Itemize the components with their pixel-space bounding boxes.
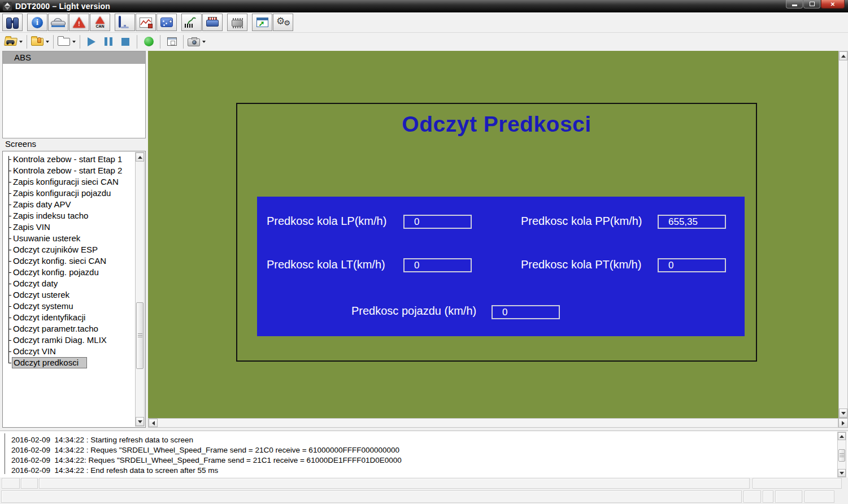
page-title: Odczyt Predkosci <box>237 112 756 137</box>
list-item[interactable]: Odczyt daty <box>8 278 134 289</box>
chevron-down-icon[interactable] <box>202 41 206 45</box>
list-item-label: Zapis konfiguracji pojazdu <box>12 188 112 198</box>
list-item[interactable]: Odczyt predkosci <box>8 357 134 368</box>
chip-button[interactable] <box>227 14 247 31</box>
alert-can-button[interactable]: CAN <box>90 14 110 31</box>
field-label-pp: Predkosc kola PP(km/h) <box>521 214 642 228</box>
list-item[interactable]: Odczyt usterek <box>8 289 134 301</box>
list-item[interactable]: Odczyt systemu <box>8 301 134 312</box>
field-value-vehicle-speed: 0 <box>492 305 560 319</box>
log-panel[interactable]: 2016-02-09 14:34:22 : Starting refresh d… <box>0 431 848 477</box>
connector-button[interactable] <box>202 14 223 31</box>
open-key-folder-icon <box>31 38 44 46</box>
status-cell <box>39 478 750 489</box>
open-key-folder-button[interactable] <box>30 34 50 49</box>
status-cell <box>763 490 773 503</box>
scroll-down-button[interactable] <box>136 417 144 426</box>
close-button[interactable]: ✕ <box>821 0 845 8</box>
sensor-cable-button[interactable] <box>181 14 202 31</box>
file-media-toolbar <box>0 33 848 50</box>
settings-gears-button[interactable]: ⚙⚙ <box>273 14 293 31</box>
list-item-label: Kontrola zebow - start Etap 1 <box>12 154 123 164</box>
open-vehicle-folder-button[interactable] <box>3 34 24 49</box>
scroll-up-button[interactable] <box>136 153 144 162</box>
play-button[interactable] <box>83 34 100 49</box>
export-window-button[interactable]: ➚ <box>252 14 272 31</box>
camera-icon <box>188 38 200 46</box>
values-panel: Predkosc kola LP(km/h) 0 Predkosc kola P… <box>257 197 745 336</box>
arrow-up-icon <box>138 154 142 159</box>
scroll-down-button[interactable] <box>839 409 847 418</box>
info-button[interactable]: i <box>27 14 47 31</box>
title-bar[interactable]: DDT2000 – Light version ✕ <box>0 0 848 12</box>
vehicle-button[interactable] <box>48 14 68 31</box>
list-item[interactable]: Kontrola zebow - start Etap 2 <box>8 165 134 176</box>
restore-icon <box>810 2 815 6</box>
open-folder-button[interactable] <box>56 34 77 49</box>
list-item[interactable]: Odczyt konfig. pojazdu <box>8 267 134 278</box>
log-scrollbar[interactable] <box>837 432 846 477</box>
list-item-label: Odczyt daty <box>12 279 59 288</box>
list-item-label: Kontrola zebow - start Etap 2 <box>12 166 123 175</box>
screens-scrollbar[interactable] <box>135 152 145 427</box>
graph-save-icon <box>140 18 152 28</box>
chevron-down-icon[interactable] <box>19 41 23 45</box>
export-window-icon: ➚ <box>256 18 268 27</box>
close-icon: ✕ <box>830 1 835 7</box>
form-window-button[interactable] <box>163 34 180 49</box>
list-item[interactable]: Odczyt czujników ESP <box>8 244 134 255</box>
control-panel-button[interactable] <box>156 14 177 31</box>
list-item[interactable]: Usuwanie usterek <box>8 233 134 244</box>
stop-button[interactable] <box>117 34 134 49</box>
list-item[interactable]: Odczyt konfig. sieci CAN <box>8 255 134 267</box>
scrollbar-thumb[interactable] <box>838 449 845 462</box>
screens-section-label: Screens <box>5 139 36 149</box>
scroll-left-button[interactable] <box>149 419 158 427</box>
screens-list-items: Kontrola zebow - start Etap 1 Kontrola z… <box>8 154 134 368</box>
list-item[interactable]: Kontrola zebow - start Etap 1 <box>8 154 134 165</box>
scroll-up-button[interactable] <box>838 432 846 440</box>
list-item-label: Odczyt czujników ESP <box>12 245 99 254</box>
field-label-vehicle-speed: Predkosc pojazdu (km/h) <box>351 304 476 318</box>
workspace-hscrollbar[interactable] <box>148 418 838 428</box>
ecu-item-abs[interactable]: ABS <box>3 51 145 64</box>
snapshot-camera-button[interactable] <box>186 34 207 49</box>
record-button[interactable] <box>140 34 157 49</box>
field-label-lt: Predkosc kola LT(km/h) <box>267 258 385 271</box>
sensor-cable-icon <box>185 17 198 28</box>
list-item[interactable]: Odczyt identyfikacji <box>8 312 134 323</box>
arrow-up-icon <box>841 53 846 58</box>
restore-button[interactable] <box>803 0 820 8</box>
alert-icon: ! <box>73 17 85 28</box>
list-item[interactable]: Zapis konfiguracji sieci CAN <box>8 176 134 188</box>
list-item[interactable]: Zapis daty APV <box>8 199 134 210</box>
record-icon <box>144 37 154 46</box>
chevron-down-icon[interactable] <box>46 41 49 45</box>
list-item-label: Odczyt parametr.tacho <box>12 324 99 333</box>
list-item-label: Odczyt identyfikacji <box>12 312 86 322</box>
arrow-down-icon <box>138 420 142 425</box>
workspace-vscrollbar[interactable] <box>838 51 848 418</box>
monitor-button[interactable] <box>115 14 135 31</box>
stop-icon <box>121 38 129 46</box>
list-item[interactable]: Odczyt VIN <box>8 346 134 357</box>
list-item[interactable]: Odczyt ramki Diag. MLIX <box>8 334 134 346</box>
search-button[interactable] <box>2 14 23 31</box>
minimize-button[interactable] <box>786 0 803 8</box>
list-item[interactable]: Zapis konfiguracji pojazdu <box>8 188 134 199</box>
alert-button[interactable]: ! <box>69 14 89 31</box>
grip-icon <box>840 453 844 458</box>
list-item[interactable]: Zapis indeksu tacho <box>8 210 134 221</box>
pause-button[interactable] <box>100 34 117 49</box>
scroll-right-button[interactable] <box>838 418 848 428</box>
list-item[interactable]: Odczyt parametr.tacho <box>8 323 134 334</box>
chevron-down-icon[interactable] <box>72 41 76 45</box>
scroll-down-button[interactable] <box>838 469 846 477</box>
list-item[interactable]: Zapis VIN <box>8 221 134 233</box>
app-logo-icon <box>3 2 12 11</box>
list-item-label: Odczyt VIN <box>12 346 57 356</box>
graph-save-button[interactable] <box>136 14 156 31</box>
list-item-label: Odczyt predkosci <box>12 357 87 368</box>
scrollbar-thumb[interactable] <box>136 302 143 369</box>
scroll-up-button[interactable] <box>839 51 847 60</box>
